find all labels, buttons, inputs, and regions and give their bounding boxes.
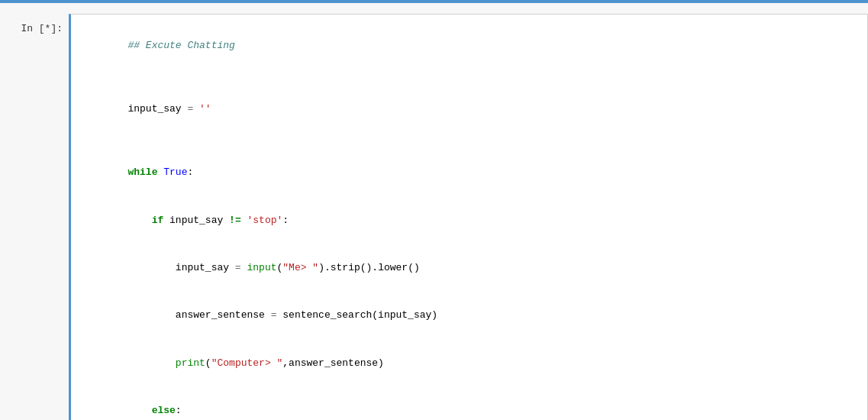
builtin-print1: print bbox=[176, 357, 205, 369]
kw-while: while bbox=[127, 166, 157, 178]
indent1 bbox=[127, 215, 151, 226]
sentence-search-call: sentence_search(input_say) bbox=[276, 309, 437, 321]
cell-1-content[interactable]: ## Excute Chatting input_say = '' while … bbox=[69, 14, 868, 420]
code-line-input-assign: input_say = input("Me> ").strip().lower(… bbox=[80, 244, 858, 292]
notebook-container: In [*]: ## Excute Chatting input_say = '… bbox=[0, 0, 868, 420]
indent3 bbox=[127, 309, 175, 321]
kw-true: True bbox=[163, 166, 187, 178]
code-line-blank1 bbox=[80, 69, 858, 86]
print1-open: ( bbox=[205, 357, 211, 369]
empty-string: '' bbox=[199, 103, 211, 115]
colon3: : bbox=[176, 405, 182, 416]
assign2: = bbox=[235, 262, 241, 273]
space1 bbox=[193, 103, 199, 115]
cell-1: In [*]: ## Excute Chatting input_say = '… bbox=[0, 14, 868, 420]
chain-methods: ).strip().lower() bbox=[318, 262, 420, 273]
code-line-if: if input_say != 'stop': bbox=[80, 197, 858, 244]
code-line-answer: answer_sentense = sentence_search(input_… bbox=[80, 292, 858, 340]
kw-else: else bbox=[152, 405, 176, 416]
indent2 bbox=[127, 262, 175, 273]
print1-rest: ,answer_sentense) bbox=[282, 357, 384, 369]
me-prompt: "Me> " bbox=[282, 262, 318, 273]
code-line-inputsay: input_say = '' bbox=[80, 86, 858, 133]
var-input-say: input_say bbox=[127, 103, 187, 115]
colon1: : bbox=[187, 166, 193, 178]
code-line-print-computer: print("Computer> ",answer_sentense) bbox=[80, 340, 858, 387]
inputsay2: input_say bbox=[176, 262, 235, 273]
answer-var: answer_sentense bbox=[176, 309, 271, 321]
indent5 bbox=[127, 405, 151, 416]
colon2: : bbox=[282, 215, 289, 226]
if-var: input_say bbox=[163, 215, 229, 226]
comment-text: ## Excute Chatting bbox=[127, 40, 234, 51]
kw-if: if bbox=[152, 215, 164, 226]
code-line-while: while True: bbox=[80, 149, 858, 196]
space3 bbox=[241, 215, 247, 226]
stop-string: 'stop' bbox=[247, 215, 283, 226]
indent4 bbox=[127, 357, 175, 369]
computer-prompt: "Computer> " bbox=[211, 357, 283, 369]
code-line-blank2 bbox=[80, 134, 858, 150]
builtin-input: input bbox=[247, 262, 276, 273]
cell-1-label: In [*]: bbox=[0, 14, 69, 420]
code-line-comment: ## Excute Chatting bbox=[80, 22, 858, 69]
code-line-else: else: bbox=[80, 387, 858, 420]
neq-op: != bbox=[229, 215, 241, 226]
